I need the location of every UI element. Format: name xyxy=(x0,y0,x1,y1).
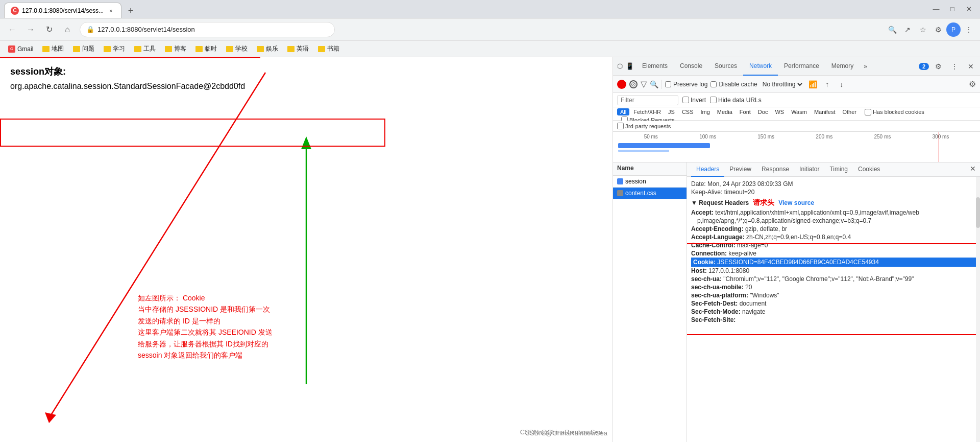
settings-icon[interactable]: ⚙ xyxy=(931,22,945,37)
window-controls: — □ ✕ xyxy=(929,2,976,18)
minimize-button[interactable]: — xyxy=(929,2,943,16)
devtools-tab-sources[interactable]: Sources xyxy=(708,57,743,76)
bookmark-gmail[interactable]: C Gmail xyxy=(4,44,37,54)
devtools-close-icon[interactable]: ✕ xyxy=(964,59,978,74)
throttle-select[interactable]: No throttling xyxy=(761,80,804,88)
forward-button[interactable]: → xyxy=(22,21,39,38)
bookmark-map[interactable]: 地图 xyxy=(38,43,68,54)
host-line: Host: 127.0.0.1:8080 xyxy=(691,267,976,275)
sec-fetch-dest-line: Sec-Fetch-Dest: document xyxy=(691,299,976,308)
session-object-text: org.apache.catalina.session.StandardSess… xyxy=(10,82,602,91)
detail-tab-timing[interactable]: Timing xyxy=(824,162,853,177)
invert-checkbox[interactable]: Invert xyxy=(682,97,706,104)
view-source-link[interactable]: View source xyxy=(778,199,814,206)
bookmark-books[interactable]: 书籍 xyxy=(314,43,344,54)
name-panel: Name session content.css xyxy=(613,162,687,442)
bookmark-question-label: 问题 xyxy=(82,44,94,53)
tab-close-btn[interactable]: × xyxy=(107,7,115,15)
devtools-tab-console[interactable]: Console xyxy=(674,57,708,76)
bookmark-books-label: 书籍 xyxy=(327,44,339,53)
has-blocked-checkbox[interactable]: Has blocked cookies xyxy=(865,109,924,115)
home-button[interactable]: ⌂ xyxy=(59,21,76,38)
bookmark-question[interactable]: 问题 xyxy=(69,43,99,54)
devtools-tab-performance[interactable]: Performance xyxy=(778,57,825,76)
type-ws[interactable]: WS xyxy=(772,108,787,115)
type-media[interactable]: Media xyxy=(714,108,736,115)
timeline-vline xyxy=(939,132,939,162)
filter-toggle-icon[interactable]: ▽ xyxy=(641,79,647,89)
wifi-icon[interactable]: 📶 xyxy=(807,78,819,90)
bookmark-school[interactable]: 学校 xyxy=(222,43,252,54)
type-img[interactable]: Img xyxy=(698,108,713,115)
bookmark-gmail-label: Gmail xyxy=(17,45,33,53)
third-party-checkbox[interactable]: 3rd-party requests xyxy=(617,123,671,129)
filter-input[interactable] xyxy=(617,95,678,105)
back-button[interactable]: ← xyxy=(4,21,20,38)
type-manifest[interactable]: Manifest xyxy=(811,108,839,115)
zoom-icon[interactable]: 🔍 xyxy=(885,22,899,37)
search-toggle-icon[interactable]: 🔍 xyxy=(650,80,658,88)
detail-tab-preview[interactable]: Preview xyxy=(724,162,756,177)
profile-icon[interactable]: P xyxy=(946,22,961,37)
detail-tab-response[interactable]: Response xyxy=(756,162,794,177)
type-doc[interactable]: Doc xyxy=(755,108,771,115)
maximize-button[interactable]: □ xyxy=(945,2,960,16)
bookmark-tools[interactable]: 工具 xyxy=(130,43,160,54)
new-tab-button[interactable]: + xyxy=(124,4,138,18)
details-close-icon[interactable]: ✕ xyxy=(966,162,980,175)
type-wasm[interactable]: Wasm xyxy=(788,108,810,115)
type-js[interactable]: JS xyxy=(665,108,678,115)
divider xyxy=(662,80,662,89)
devtools-tab-network[interactable]: Network xyxy=(743,57,778,76)
reload-button[interactable]: ↻ xyxy=(41,21,57,38)
detail-tab-cookies[interactable]: Cookies xyxy=(853,162,885,177)
disable-cache-checkbox[interactable]: Disable cache xyxy=(710,81,757,88)
stop-button[interactable]: ⊘ xyxy=(629,80,638,88)
svg-marker-3 xyxy=(301,136,311,149)
type-fetch-xhr[interactable]: Fetch/XHR xyxy=(630,108,664,115)
detail-tab-initiator[interactable]: Initiator xyxy=(794,162,824,177)
devtools-inspect-icon[interactable]: ⬡ 📱 xyxy=(615,62,636,70)
type-font[interactable]: Font xyxy=(737,108,754,115)
devtools-tab-more[interactable]: » xyxy=(860,63,871,70)
hide-data-urls-checkbox[interactable]: Hide data URLs xyxy=(710,97,762,104)
close-button[interactable]: ✕ xyxy=(962,2,976,16)
name-item-css[interactable]: content.css xyxy=(613,188,687,199)
bookmark-entertainment[interactable]: 娱乐 xyxy=(253,43,282,54)
type-css[interactable]: CSS xyxy=(679,108,697,115)
import-icon[interactable]: ↑ xyxy=(821,78,834,90)
devtools-tab-memory[interactable]: Memory xyxy=(825,57,860,76)
address-bar[interactable]: 🔒 127.0.0.1:8080/servlet14/session xyxy=(80,22,335,37)
request-headers-section: ▼ Request Headers 请求头 View source xyxy=(691,196,976,208)
network-toolbar: ⊘ ▽ 🔍 Preserve log Disable cache No thro… xyxy=(613,76,980,93)
devtools-menu-icon[interactable]: ⋮ xyxy=(947,59,962,74)
tab-annotation-box xyxy=(0,57,260,58)
sec-fetch-site-line: Sec-Fetch-Site: xyxy=(691,316,976,324)
devtools-tab-elements[interactable]: Elements xyxy=(636,57,674,76)
share-icon[interactable]: ↗ xyxy=(900,22,915,37)
scrollbar-thumb[interactable] xyxy=(976,197,980,228)
bookmark-star-icon[interactable]: ☆ xyxy=(916,22,930,37)
browser-tab[interactable]: C 127.0.0.1:8080/servl14/sess... × xyxy=(4,3,121,18)
type-all[interactable]: All xyxy=(617,108,629,115)
detail-tab-headers[interactable]: Headers xyxy=(691,162,724,177)
preserve-log-checkbox[interactable]: Preserve log xyxy=(665,81,707,88)
record-button[interactable] xyxy=(617,80,626,89)
devtools-settings-icon[interactable]: ⚙ xyxy=(931,59,945,74)
menu-icon[interactable]: ⋮ xyxy=(962,22,976,37)
timeline-label-250: 250 ms xyxy=(874,134,891,139)
name-item-session[interactable]: session xyxy=(613,176,687,188)
details-panel: ✕ Headers Preview Response Ini xyxy=(687,162,980,442)
bookmark-blog[interactable]: 博客 xyxy=(161,43,190,54)
scrollbar-track xyxy=(976,177,980,442)
timeline-labels: 50 ms 100 ms 150 ms 200 ms 250 ms 300 ms xyxy=(613,134,980,139)
export-icon[interactable]: ↓ xyxy=(836,78,848,90)
bookmark-temp[interactable]: 临时 xyxy=(191,43,221,54)
folder-icon xyxy=(73,46,80,52)
bookmark-english[interactable]: 英语 xyxy=(283,43,313,54)
name-header: Name xyxy=(613,162,687,176)
type-other[interactable]: Other xyxy=(839,108,860,115)
bookmark-study[interactable]: 学习 xyxy=(100,43,129,54)
devtools-gear-icon[interactable]: ⚙ xyxy=(969,79,976,89)
folder-icon xyxy=(165,46,172,52)
